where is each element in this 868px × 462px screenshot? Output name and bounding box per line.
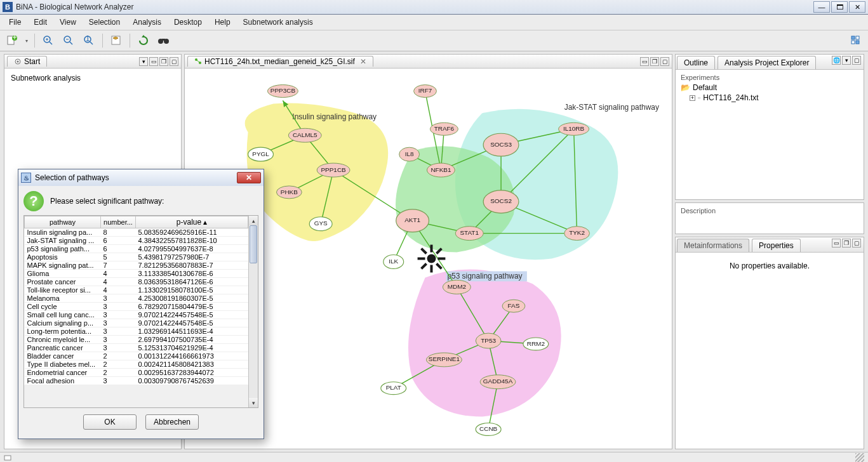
properties-tab[interactable]: Properties — [752, 239, 801, 252]
menu-file[interactable]: File — [4, 16, 26, 29]
menu-edit[interactable]: Edit — [29, 16, 52, 29]
table-row[interactable]: Type II diabetes mel...20.00242114580842… — [25, 360, 248, 369]
node-socs2[interactable]: SOCS2 — [483, 190, 519, 213]
node-serpine1[interactable]: SERPINE1 — [427, 353, 462, 367]
zoom-in-button[interactable] — [41, 34, 55, 48]
node-ilk[interactable]: ILK — [384, 255, 404, 269]
node-tp53[interactable]: TP53 — [476, 333, 501, 348]
zoom-fit-button[interactable]: 1 — [82, 34, 96, 48]
properties-close[interactable]: ▢ — [852, 239, 861, 248]
start-tab[interactable]: Start — [7, 56, 47, 67]
panel-restore-button[interactable]: ❐ — [159, 57, 168, 66]
tree-expand-icon[interactable]: + — [690, 95, 695, 101]
node-tyk2[interactable]: TYK2 — [564, 227, 590, 241]
node-gys[interactable]: GYS — [309, 217, 332, 231]
node-irf7[interactable]: IRF7 — [414, 85, 437, 98]
table-row[interactable]: Insulin signaling pa...85.08359246962591… — [25, 228, 248, 237]
table-row[interactable]: Chronic myeloid le...32.697994107500735E… — [25, 336, 248, 344]
table-row[interactable]: Apoptosis55.43981797257980E-7 — [25, 253, 248, 261]
node-traf6[interactable]: TRAF6 — [430, 122, 458, 135]
col-pvalue[interactable]: p-value ▴ — [136, 216, 248, 228]
node-il8[interactable]: IL8 — [399, 147, 420, 161]
graph-panel-close[interactable]: ▢ — [660, 57, 669, 66]
menu-subnetwork-analysis[interactable]: Subnetwork analysis — [238, 16, 318, 29]
panel-filter-icon[interactable]: ▾ — [139, 57, 148, 66]
properties-minimize[interactable]: ▭ — [832, 239, 841, 248]
node-gadd45a[interactable]: GADD45A — [480, 375, 516, 389]
node-fas[interactable]: FAS — [502, 300, 525, 312]
table-row[interactable]: Small cell lung canc...39.07021422445754… — [25, 311, 248, 319]
menu-analysis[interactable]: Analysis — [128, 16, 166, 29]
table-row[interactable]: Prostate cancer48.036395318647126E-6 — [25, 278, 248, 286]
table-row[interactable]: p53 signaling path...64.027995504997637E… — [25, 245, 248, 253]
graph-panel-minimize[interactable]: ▭ — [640, 57, 649, 66]
graph-tab-close-icon[interactable]: ✕ — [360, 57, 366, 66]
scrollbar-thumb[interactable] — [250, 225, 257, 263]
table-row[interactable]: Endometrial cancer20.002951637283944072 — [25, 369, 248, 377]
graph-panel-restore[interactable]: ❐ — [650, 57, 659, 66]
zoom-out-button[interactable] — [62, 34, 76, 48]
explorer-close-icon[interactable]: ▢ — [852, 56, 861, 65]
node-nfkb1[interactable]: NFKB1 — [427, 163, 455, 177]
table-row[interactable]: Jak-STAT signaling ...64.384322557811828… — [25, 237, 248, 245]
metainformations-tab[interactable]: Metainformations — [677, 239, 749, 252]
node-rrm2[interactable]: RRM2 — [523, 338, 549, 350]
search-button[interactable] — [157, 34, 171, 48]
col-pathway[interactable]: pathway — [25, 216, 101, 228]
menu-view[interactable]: View — [55, 16, 81, 29]
analysis-project-explorer-tab[interactable]: Analysis Project Explorer — [718, 56, 816, 69]
menu-help[interactable]: Help — [210, 16, 236, 29]
ok-button[interactable]: OK — [83, 414, 137, 430]
table-row[interactable]: MAPK signaling pat...77.821295356807883E… — [25, 261, 248, 270]
table-row[interactable]: Cell cycle36.782920715804479E-5 — [25, 303, 248, 311]
node-mdm2[interactable]: MDM2 — [443, 280, 471, 294]
pathway-table-container: pathway number... p-value ▴ Insulin sign… — [23, 215, 258, 408]
table-scrollbar[interactable]: ▴ ▾ — [248, 216, 258, 407]
window-close-button[interactable]: ✕ — [849, 1, 865, 13]
table-row[interactable]: Pancreatic cancer35.125313704621929E-4 — [25, 344, 248, 352]
layers-button[interactable] — [109, 34, 123, 48]
node-akt1[interactable]: AKT1 — [396, 209, 429, 232]
tree-root[interactable]: 📂 Default — [681, 82, 858, 93]
cancel-button[interactable]: Abbrechen — [145, 414, 199, 430]
col-number[interactable]: number... — [101, 216, 136, 228]
window-maximize-button[interactable]: 🗖 — [831, 1, 848, 13]
tree-child[interactable]: + ▫ HCT116_24h.txt — [681, 93, 858, 103]
table-row[interactable]: Calcium signaling p...39.070214224457548… — [25, 319, 248, 327]
pathway-table-body[interactable]: Insulin signaling pa...85.08359246962591… — [25, 228, 248, 385]
table-row[interactable]: Melanoma34.253008191860307E-5 — [25, 294, 248, 303]
graph-tab[interactable]: HCT116_24h.txt_median_geneid_k25_GI.sif … — [187, 56, 373, 67]
node-ppp1cb[interactable]: PPP1CB — [317, 163, 350, 177]
scroll-down-icon[interactable]: ▾ — [249, 398, 258, 407]
properties-restore[interactable]: ❐ — [842, 239, 851, 248]
menu-desktop[interactable]: Desktop — [169, 16, 207, 29]
table-row[interactable]: Bladder cancer20.001312244166661973 — [25, 352, 248, 360]
node-phkb[interactable]: PHKB — [276, 186, 302, 199]
panel-close-button[interactable]: ▢ — [170, 57, 178, 66]
refresh-button[interactable] — [137, 34, 150, 48]
node-stat1[interactable]: STAT1 — [455, 227, 483, 241]
layout-toggle-button[interactable] — [849, 34, 863, 48]
table-row[interactable]: Long-term potentia...31.032969144511693E… — [25, 327, 248, 336]
explorer-menu-icon[interactable]: ▾ — [842, 56, 851, 65]
panel-minimize-button[interactable]: ▭ — [149, 57, 158, 66]
pathway-table[interactable]: pathway number... p-value ▴ Insulin sign… — [24, 216, 248, 385]
node-plat[interactable]: PLAT — [381, 382, 406, 395]
table-row[interactable]: Glioma43.113338540130678E-6 — [25, 270, 248, 278]
node-pygl[interactable]: PYGL — [248, 147, 274, 161]
node-il10rb[interactable]: IL10RB — [559, 122, 589, 135]
node-socs3[interactable]: SOCS3 — [483, 133, 519, 156]
outline-tab[interactable]: Outline — [677, 56, 715, 69]
node-calml5[interactable]: CALML5 — [288, 128, 321, 142]
node-ccnb[interactable]: CCNB — [476, 423, 501, 435]
dialog-close-button[interactable]: ✕ — [237, 172, 261, 183]
new-button[interactable]: + — [5, 34, 19, 48]
table-row[interactable]: Focal adhesion30.003097908767452639 — [25, 377, 248, 385]
explorer-globe-icon[interactable]: 🌐 — [832, 56, 841, 65]
node-ppp3cb[interactable]: PPP3CB — [267, 85, 298, 98]
menu-selection[interactable]: Selection — [84, 16, 125, 29]
table-row[interactable]: Toll-like receptor si...41.1330291580781… — [25, 286, 248, 294]
resize-grip-icon[interactable] — [855, 453, 864, 462]
window-minimize-button[interactable]: — — [813, 1, 830, 13]
scroll-up-icon[interactable]: ▴ — [249, 216, 258, 225]
